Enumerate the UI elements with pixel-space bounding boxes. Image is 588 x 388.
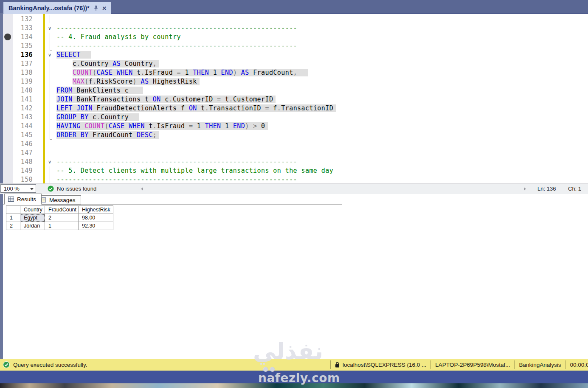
tab-results-label: Results xyxy=(17,196,36,202)
line-number-column[interactable]: 1321331341351361371381391401411421431441… xyxy=(13,15,33,183)
code-line[interactable]: SELECT xyxy=(56,51,336,59)
line-number[interactable]: 150 xyxy=(13,175,33,183)
bottom-blue-band xyxy=(0,371,588,383)
grid-cell[interactable]: 1 xyxy=(45,222,79,230)
tab-messages-label: Messages xyxy=(49,197,76,203)
code-line[interactable]: c.Country AS Country, xyxy=(56,59,336,68)
line-number[interactable]: 140 xyxy=(13,86,33,95)
line-number[interactable]: 133 xyxy=(13,24,33,33)
ssms-window: BankingAnaly...ostafa (76))* × 132133134… xyxy=(0,0,588,388)
user-name: LAPTOP-2P69P598\Mostaf... xyxy=(435,362,510,368)
status-message-section: Query executed successfully. xyxy=(3,359,87,371)
scroll-left-arrow-icon[interactable] xyxy=(141,187,143,191)
code-line[interactable]: -- 5. Detect clients with multiple large… xyxy=(56,166,336,175)
status-bar: Query executed successfully. localhost\S… xyxy=(0,359,588,371)
code-line[interactable] xyxy=(56,140,336,149)
code-editor[interactable]: 1321331341351361371381391401411421431441… xyxy=(0,14,588,183)
code-line[interactable]: GROUP BY c.Country xyxy=(56,113,336,122)
grid-column-header[interactable]: Country xyxy=(20,206,45,214)
scroll-right-arrow-icon[interactable] xyxy=(524,187,526,191)
editor-zoom-select[interactable]: 100 % xyxy=(0,184,36,193)
fold-guide xyxy=(50,59,50,140)
grid-column-header[interactable]: HighestRisk xyxy=(79,206,113,214)
fold-collapse-icon[interactable]: ∨ xyxy=(46,24,53,33)
track-changes-bar xyxy=(43,14,45,183)
fold-guide xyxy=(50,166,50,183)
line-number[interactable]: 135 xyxy=(13,42,33,51)
code-line[interactable]: FROM BankClients c xyxy=(56,86,336,95)
tab-results[interactable]: Results xyxy=(4,194,42,205)
line-number[interactable]: 146 xyxy=(13,140,33,149)
code-line[interactable]: HAVING COUNT(CASE WHEN t.IsFraud = 1 THE… xyxy=(56,122,336,131)
code-line[interactable] xyxy=(56,15,336,24)
line-number[interactable]: 144 xyxy=(13,122,33,131)
line-number[interactable]: 132 xyxy=(13,15,33,24)
database-name: BankingAnalysis xyxy=(519,362,561,368)
table-row: 1Egypt298.00 xyxy=(6,214,113,222)
grid-cell[interactable]: 92.30 xyxy=(79,222,113,230)
code-line[interactable]: COUNT(CASE WHEN t.IsFraud = 1 THEN 1 END… xyxy=(56,68,336,77)
fold-guide xyxy=(50,33,50,51)
grid-cell[interactable]: Egypt xyxy=(20,214,45,222)
tab-messages[interactable]: Messages xyxy=(37,195,81,205)
elapsed-segment: 00:00:0 xyxy=(565,360,588,369)
line-number[interactable]: 147 xyxy=(13,149,33,157)
database-segment: BankingAnalysis xyxy=(514,360,565,369)
line-number[interactable]: 148 xyxy=(13,157,33,166)
line-number[interactable]: 134 xyxy=(13,33,33,42)
code-line[interactable] xyxy=(56,149,336,157)
line-number[interactable]: 136 xyxy=(13,51,33,59)
status-message: Query executed successfully. xyxy=(13,362,87,368)
code-line[interactable]: ----------------------------------------… xyxy=(56,157,336,166)
code-column[interactable]: ----------------------------------------… xyxy=(56,15,336,183)
code-line[interactable]: ----------------------------------------… xyxy=(56,42,336,51)
code-line[interactable]: LEFT JOIN FraudDetectionAlerts f ON t.Tr… xyxy=(56,104,336,113)
fold-guide xyxy=(50,139,52,140)
pin-icon[interactable] xyxy=(93,6,98,11)
line-number[interactable]: 138 xyxy=(13,68,33,77)
table-row: 2Jordan192.30 xyxy=(6,222,113,230)
fold-collapse-icon[interactable]: ∨ xyxy=(46,157,53,166)
server-name: localhost\SQLEXPRESS (16.0 ... xyxy=(343,362,426,368)
grid-cell[interactable]: 2 xyxy=(45,214,79,222)
lock-icon xyxy=(335,362,340,368)
code-line[interactable]: JOIN BankTransactions t ON c.CustomerID … xyxy=(56,95,336,104)
grid-cell[interactable]: 98.00 xyxy=(79,214,113,222)
fold-guide xyxy=(50,15,50,23)
grid-column-header[interactable]: FraudCount xyxy=(45,206,79,214)
grid-row-header[interactable]: 2 xyxy=(6,222,20,230)
line-number[interactable]: 137 xyxy=(13,59,33,68)
document-health-indicator[interactable]: No issues found xyxy=(48,186,96,192)
health-label: No issues found xyxy=(57,186,96,192)
fold-collapse-icon[interactable]: ∨ xyxy=(46,51,53,59)
code-line[interactable]: MAX(f.RiskScore) AS HighestRisk xyxy=(56,77,336,86)
line-number[interactable]: 143 xyxy=(13,113,33,122)
breakpoint-icon[interactable] xyxy=(4,34,11,40)
line-number[interactable]: 142 xyxy=(13,104,33,113)
line-number[interactable]: 141 xyxy=(13,95,33,104)
document-tab[interactable]: BankingAnaly...ostafa (76))* × xyxy=(3,2,111,14)
server-segment: localhost\SQLEXPRESS (16.0 ... xyxy=(330,360,430,369)
code-line[interactable]: -- 4. Fraud analysis by country xyxy=(56,33,336,42)
check-circle-icon xyxy=(48,186,54,192)
success-check-icon xyxy=(3,361,10,368)
grid-cell[interactable]: Jordan xyxy=(20,222,45,230)
document-tab-title: BankingAnaly...ostafa (76))* xyxy=(8,5,90,11)
user-segment: LAPTOP-2P69P598\Mostaf... xyxy=(430,360,514,369)
line-number[interactable]: 139 xyxy=(13,77,33,86)
column-indicator: Ch: 1 xyxy=(568,186,581,192)
editor-zoom-value: 100 % xyxy=(4,186,20,192)
chevron-down-icon xyxy=(30,188,34,190)
line-number[interactable]: 145 xyxy=(13,131,33,140)
grid-column-header[interactable] xyxy=(6,206,20,214)
background-photo-strip xyxy=(0,383,588,388)
line-indicator: Ln: 136 xyxy=(537,186,556,192)
line-number[interactable]: 149 xyxy=(13,166,33,175)
code-line[interactable]: ----------------------------------------… xyxy=(56,175,336,183)
results-grid[interactable]: CountryFraudCountHighestRisk1Egypt298.00… xyxy=(6,205,113,230)
code-line[interactable]: ----------------------------------------… xyxy=(56,24,336,33)
grid-row-header[interactable]: 1 xyxy=(6,214,20,222)
code-line[interactable]: ORDER BY FraudCount DESC; xyxy=(56,131,336,140)
close-icon[interactable]: × xyxy=(102,5,107,12)
results-grid-icon xyxy=(8,197,14,202)
